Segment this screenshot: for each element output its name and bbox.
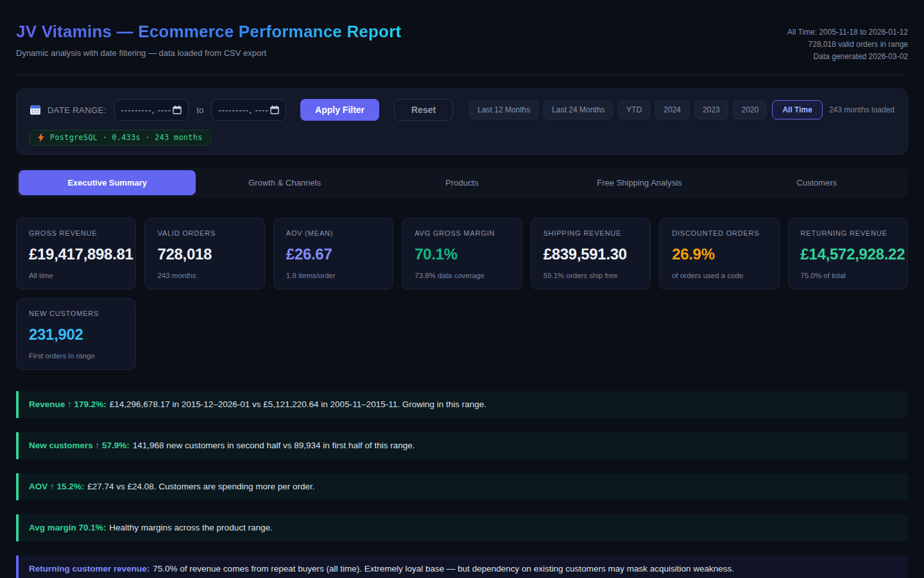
apply-filter-button[interactable]: Apply Filter bbox=[300, 99, 379, 121]
kpi-subtext: 243 months bbox=[157, 272, 252, 279]
kpi-value: £19,417,898.81 bbox=[29, 245, 123, 263]
meta-valid-orders: 728,018 valid orders in range bbox=[787, 39, 908, 51]
start-date-placeholder: ---------, ---- bbox=[121, 105, 172, 115]
tab-executive-summary[interactable]: Executive Summary bbox=[19, 170, 196, 195]
kpi-label: RETURNING REVENUE bbox=[801, 229, 895, 237]
tab-customers[interactable]: Customers bbox=[728, 170, 905, 195]
kpi-subtext: All time bbox=[29, 272, 123, 279]
kpi-value: 26.9% bbox=[672, 245, 766, 263]
insight-text: £14,296,678.17 in 2015-12–2026-01 vs £5,… bbox=[110, 399, 486, 409]
tab-free-shipping-analysis[interactable]: Free Shipping Analysis bbox=[551, 170, 728, 195]
calendar-icon bbox=[173, 105, 182, 114]
insight-aov: AOV ↑ 15.2%:£27.74 vs £24.08. Customers … bbox=[16, 473, 908, 500]
insight-lead: Returning customer revenue: bbox=[29, 564, 150, 574]
months-loaded-status: 243 months loaded bbox=[829, 105, 894, 114]
quick-filter-2024[interactable]: 2024 bbox=[655, 100, 689, 119]
insight-text: 75.0% of revenue comes from repeat buyer… bbox=[153, 564, 734, 574]
kpi-card-avg-gross-margin: AVG GROSS MARGIN 70.1% 73.8% data covera… bbox=[402, 218, 522, 290]
reset-button[interactable]: Reset bbox=[394, 99, 453, 121]
tab-growth-channels[interactable]: Growth & Channels bbox=[196, 170, 373, 195]
calendar-icon bbox=[30, 104, 41, 116]
lightning-icon bbox=[38, 133, 44, 142]
insight-text: Healthy margins across the product range… bbox=[109, 523, 272, 532]
start-date-input[interactable]: ---------, ---- bbox=[114, 99, 189, 121]
kpi-subtext: of orders used a code bbox=[672, 272, 766, 279]
kpi-value: £839,591.30 bbox=[543, 245, 638, 263]
insight-revenue-growth: Revenue ↑ 179.2%:£14,296,678.17 in 2015-… bbox=[16, 391, 908, 418]
kpi-card-aov-mean: AOV (MEAN) £26.67 1.9 items/order bbox=[273, 218, 393, 290]
kpi-label: NEW CUSTOMERS bbox=[29, 310, 123, 317]
kpi-subtext: 75.0% of total bbox=[801, 272, 895, 279]
kpi-card-shipping-revenue: SHIPPING REVENUE £839,591.30 59.1% order… bbox=[531, 218, 651, 290]
insight-text: £27.74 vs £24.08. Customers are spending… bbox=[87, 482, 314, 491]
meta-date-range: All Time: 2005-11-18 to 2026-01-12 bbox=[787, 26, 908, 39]
quick-filter-2020[interactable]: 2020 bbox=[733, 100, 767, 119]
kpi-label: GROSS REVENUE bbox=[29, 229, 123, 237]
kpi-value: 70.1% bbox=[415, 245, 509, 263]
page-subtitle: Dynamic analysis with date filtering — d… bbox=[16, 48, 401, 58]
query-status-badge: PostgreSQL · 0.433s · 243 months bbox=[30, 130, 211, 146]
tab-products[interactable]: Products bbox=[373, 170, 551, 195]
header-meta: All Time: 2005-11-18 to 2026-01-12 728,0… bbox=[787, 22, 908, 63]
kpi-value: £14,572,928.22 bbox=[801, 245, 895, 263]
header-left: JV Vitamins — Ecommerce Performance Repo… bbox=[16, 22, 401, 58]
date-filter-row: DATE RANGE: ---------, ---- to ---------… bbox=[30, 99, 894, 121]
kpi-label: AVG GROSS MARGIN bbox=[415, 229, 509, 237]
insight-lead: Revenue ↑ 179.2%: bbox=[29, 399, 107, 409]
kpi-subtext: First orders in range bbox=[29, 352, 123, 360]
date-range-label: DATE RANGE: bbox=[47, 105, 107, 115]
kpi-subtext: 1.9 items/order bbox=[286, 272, 381, 279]
insight-text: 141,968 new customers in second half vs … bbox=[133, 441, 415, 450]
kpi-card-new-customers: NEW CUSTOMERS 231,902 First orders in ra… bbox=[16, 298, 136, 370]
kpi-label: AOV (MEAN) bbox=[286, 229, 381, 237]
quick-filter-2023[interactable]: 2023 bbox=[694, 100, 728, 119]
kpi-label: VALID ORDERS bbox=[157, 229, 252, 237]
kpi-card-returning-revenue: RETURNING REVENUE £14,572,928.22 75.0% o… bbox=[788, 218, 908, 290]
quick-filter-ytd[interactable]: YTD bbox=[618, 100, 650, 119]
insight-lead: Avg margin 70.1%: bbox=[29, 523, 106, 532]
query-status-text: PostgreSQL · 0.433s · 243 months bbox=[50, 133, 203, 142]
kpi-grid: GROSS REVENUE £19,417,898.81 All time VA… bbox=[16, 218, 908, 370]
meta-generated-date: Data generated 2026-03-02 bbox=[787, 51, 908, 63]
end-date-input[interactable]: ---------, ---- bbox=[211, 99, 286, 121]
quick-filter-last-12-months[interactable]: Last 12 Months bbox=[469, 100, 538, 119]
insights-list: Revenue ↑ 179.2%:£14,296,678.17 in 2015-… bbox=[16, 391, 908, 578]
report-header: JV Vitamins — Ecommerce Performance Repo… bbox=[16, 0, 908, 75]
kpi-card-gross-revenue: GROSS REVENUE £19,417,898.81 All time bbox=[16, 218, 136, 290]
calendar-icon bbox=[270, 105, 279, 114]
kpi-subtext: 73.8% data coverage bbox=[415, 272, 509, 279]
quick-filter-all-time[interactable]: All Time bbox=[772, 100, 822, 119]
kpi-value: 728,018 bbox=[157, 245, 252, 263]
kpi-card-discounted-orders: DISCOUNTED ORDERS 26.9% of orders used a… bbox=[659, 218, 779, 290]
to-label: to bbox=[195, 105, 205, 115]
quick-filter-group: Last 12 Months Last 24 Months YTD 2024 2… bbox=[469, 100, 823, 119]
insight-new-customers: New customers ↑ 57.9%:141,968 new custom… bbox=[16, 432, 908, 459]
insight-avg-margin: Avg margin 70.1%:Healthy margins across … bbox=[16, 514, 908, 541]
kpi-value: £26.67 bbox=[286, 245, 381, 263]
report-page: JV Vitamins — Ecommerce Performance Repo… bbox=[0, 0, 924, 578]
date-filter-bar: DATE RANGE: ---------, ---- to ---------… bbox=[16, 89, 908, 155]
page-title: JV Vitamins — Ecommerce Performance Repo… bbox=[16, 22, 401, 41]
end-date-placeholder: ---------, ---- bbox=[218, 105, 269, 115]
section-tabs: Executive Summary Growth & Channels Prod… bbox=[16, 168, 908, 198]
kpi-value: 231,902 bbox=[29, 326, 123, 344]
insight-lead: AOV ↑ 15.2%: bbox=[29, 482, 84, 491]
quick-filter-last-24-months[interactable]: Last 24 Months bbox=[543, 100, 613, 119]
kpi-subtext: 59.1% orders ship free bbox=[543, 272, 638, 279]
insight-returning-customer-revenue: Returning customer revenue:75.0% of reve… bbox=[16, 556, 908, 578]
kpi-label: SHIPPING REVENUE bbox=[543, 229, 638, 237]
kpi-label: DISCOUNTED ORDERS bbox=[672, 229, 766, 237]
insight-lead: New customers ↑ 57.9%: bbox=[29, 441, 130, 450]
kpi-card-valid-orders: VALID ORDERS 728,018 243 months bbox=[144, 218, 264, 290]
